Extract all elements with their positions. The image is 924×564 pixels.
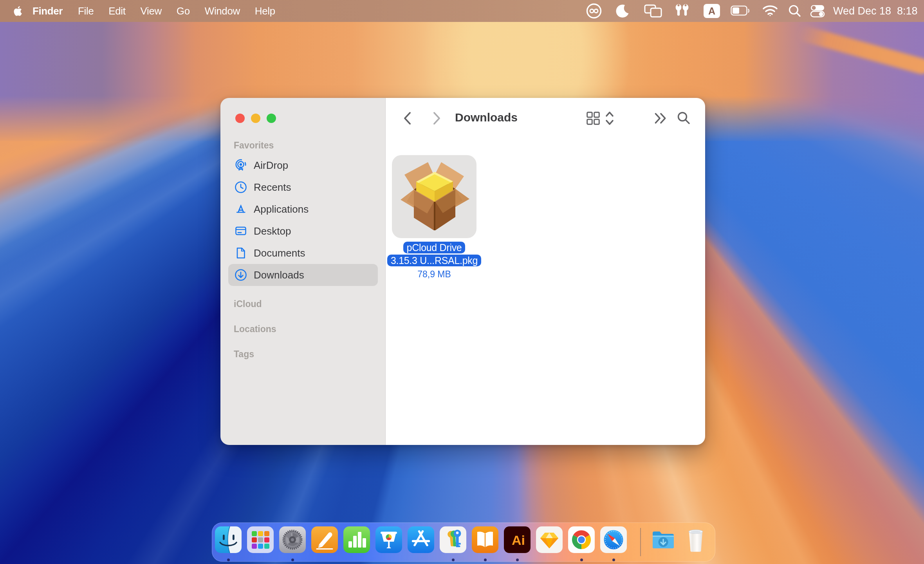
- svg-text:Ai: Ai: [512, 533, 525, 548]
